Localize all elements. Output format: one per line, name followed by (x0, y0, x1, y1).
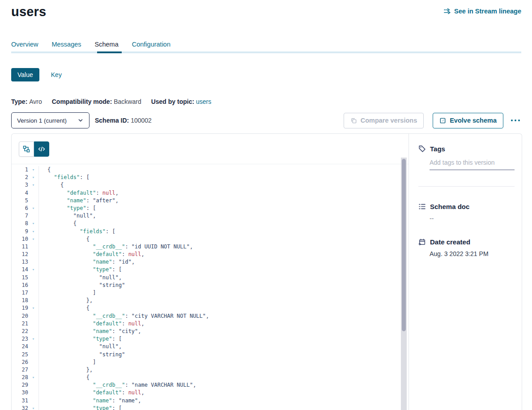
code-line: 23▾ "type": [ (12, 335, 409, 343)
code-text: "type": [ (38, 266, 122, 273)
code-line: 7 "null", (12, 212, 409, 220)
version-toolbar: Version 1 (current) Schema ID: 100002 Co… (11, 112, 521, 128)
compare-versions-icon (350, 117, 357, 124)
code-text: "string" (38, 282, 125, 289)
fold-gutter (28, 274, 38, 282)
fold-toggle-icon[interactable]: ▾ (28, 228, 38, 235)
fold-toggle-icon[interactable]: ▾ (28, 181, 38, 189)
code-line: 6▾ "type": [ (12, 205, 409, 212)
code-text: { (38, 166, 51, 174)
fold-gutter (28, 320, 38, 328)
fold-toggle-icon[interactable]: ▾ (28, 205, 38, 212)
page-header: users See in Stream lineage (11, 0, 521, 19)
line-number: 11 (12, 243, 28, 251)
code-line: 28▾ { (12, 374, 409, 381)
code-line: 15 "null", (12, 274, 409, 282)
fold-gutter (28, 212, 38, 220)
meta-value[interactable]: users (196, 98, 211, 105)
fold-toggle-icon[interactable]: ▾ (28, 335, 38, 343)
code-line: 4 "default": null, (12, 189, 409, 197)
scrollbar-thumb[interactable] (402, 159, 406, 331)
fold-gutter (28, 289, 38, 297)
line-number: 30 (12, 389, 28, 397)
fold-toggle-icon[interactable]: ▾ (28, 174, 38, 181)
active-tab-indicator (97, 51, 122, 53)
line-number: 28 (12, 374, 28, 381)
schema-id-label: Schema ID: (95, 117, 129, 124)
compare-versions-label: Compare versions (361, 117, 417, 124)
fold-gutter (28, 189, 38, 197)
schema-id: Schema ID: 100002 (95, 117, 152, 124)
add-tags-input[interactable] (430, 156, 515, 170)
fold-gutter (28, 389, 38, 397)
line-number: 18 (12, 297, 28, 304)
code-text: "__crdb__": "id UUID NOT NULL", (38, 243, 193, 251)
fold-gutter (28, 258, 38, 266)
meta-compatibility-mode: Compatibility mode: Backward (52, 98, 141, 105)
code-line: 32▾ "type": [ (12, 405, 409, 410)
fold-gutter (28, 251, 38, 258)
tag-icon (418, 145, 426, 153)
fold-toggle-icon[interactable]: ▾ (28, 220, 38, 227)
compare-versions-button[interactable]: Compare versions (344, 113, 424, 128)
tab-overview[interactable]: Overview (11, 41, 38, 48)
schema-doc-title: Schema doc (430, 203, 469, 210)
sidebar-divider (418, 186, 515, 187)
schema-code-panel: 1▾{2▾ "fields": [3▾ {4 "default": null,5… (12, 134, 409, 410)
fold-gutter (28, 351, 38, 359)
date-created-section: Date created Aug. 3 2022 3:21 PM (418, 238, 515, 257)
tab-messages[interactable]: Messages (51, 41, 81, 48)
code-line: 10▾ { (12, 235, 409, 243)
tab-schema[interactable]: Schema (95, 41, 119, 48)
fold-toggle-icon[interactable]: ▾ (28, 304, 38, 312)
line-number: 5 (12, 197, 28, 205)
line-number: 32 (12, 405, 28, 410)
code-line: 25 "string" (12, 351, 409, 359)
meta-label: Type: (11, 98, 29, 105)
line-number: 29 (12, 381, 28, 389)
line-number: 12 (12, 251, 28, 258)
line-number: 22 (12, 328, 28, 335)
line-number: 25 (12, 351, 28, 359)
tab-bar: OverviewMessagesSchemaConfiguration (11, 41, 521, 48)
line-number: 20 (12, 312, 28, 320)
code-line: 16 "string" (12, 282, 409, 289)
schema-page: users See in Stream lineage OverviewMess… (0, 0, 532, 410)
code-scrollbar[interactable] (401, 158, 407, 410)
fold-toggle-icon[interactable]: ▾ (28, 374, 38, 381)
line-number: 14 (12, 266, 28, 273)
code-text: "type": [ (38, 405, 122, 410)
line-number: 13 (12, 258, 28, 266)
meta-label: Compatibility mode: (52, 98, 114, 105)
tab-configuration[interactable]: Configuration (132, 41, 170, 48)
code-text: { (38, 220, 77, 227)
code-text: "__crdb__": "city VARCHAR NOT NULL", (38, 312, 209, 320)
code-line: 1▾{ (12, 166, 409, 174)
line-number: 26 (12, 359, 28, 366)
version-select[interactable]: Version 1 (current) (11, 112, 89, 128)
line-number: 4 (12, 189, 28, 197)
schema-json-editor[interactable]: 1▾{2▾ "fields": [3▾ {4 "default": null,5… (12, 164, 409, 410)
code-line: 24 "null", (12, 343, 409, 350)
code-view-button[interactable] (34, 141, 49, 157)
line-number: 27 (12, 366, 28, 374)
tree-view-button[interactable] (19, 141, 34, 157)
stream-lineage-link[interactable]: See in Stream lineage (443, 8, 521, 15)
value-tab-button[interactable]: Value (11, 68, 39, 81)
page-title: users (11, 4, 46, 19)
fold-toggle-icon[interactable]: ▾ (28, 266, 38, 273)
code-text: { (38, 181, 64, 189)
code-text: ] (38, 289, 96, 297)
fold-toggle-icon[interactable]: ▾ (28, 166, 38, 174)
code-line: 8▾ { (12, 220, 409, 227)
code-text: "null", (38, 212, 96, 220)
line-number: 19 (12, 304, 28, 312)
evolve-schema-button[interactable]: Evolve schema (433, 113, 503, 128)
key-tab-button[interactable]: Key (51, 71, 62, 78)
code-line: 29 "__crdb__": "name VARCHAR NULL", (12, 381, 409, 389)
fold-toggle-icon[interactable]: ▾ (28, 235, 38, 243)
stream-lineage-label: See in Stream lineage (454, 8, 521, 15)
more-options-button[interactable] (510, 117, 521, 124)
fold-toggle-icon[interactable]: ▾ (28, 405, 38, 410)
code-view-icon (38, 145, 45, 153)
